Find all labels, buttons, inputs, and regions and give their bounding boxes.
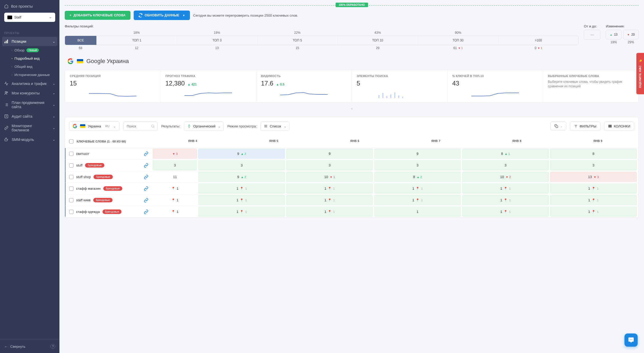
link-icon[interactable] bbox=[144, 163, 148, 168]
nav-plan[interactable]: План продвижения сайта ⌄ bbox=[0, 98, 59, 112]
position-cell[interactable]: 10 ▼ 2 bbox=[462, 172, 549, 182]
date-column-header[interactable]: ЯНВ 4 bbox=[152, 139, 233, 144]
position-cell[interactable]: 1 📍1 bbox=[286, 195, 373, 205]
filter-tab-ТОП 3[interactable]: ТОП 3 bbox=[177, 36, 257, 45]
position-cell[interactable]: 9 ▲ 2 bbox=[198, 172, 285, 182]
position-cell[interactable]: 📍1 bbox=[153, 207, 197, 217]
add-keywords-button[interactable]: + ДОБАВИТЬ КЛЮЧЕВЫЕ СЛОВА bbox=[65, 11, 130, 20]
refresh-data-button[interactable]: ОБНОВИТЬ ДАННЫЕ ▼ bbox=[134, 11, 190, 20]
nav-audit[interactable]: Аудит сайта ⌄ bbox=[0, 112, 59, 121]
position-cell[interactable]: 3 bbox=[198, 160, 285, 170]
position-cell[interactable]: 1 📍1 bbox=[286, 183, 373, 194]
results-select[interactable]: Органический bbox=[184, 122, 223, 131]
row-checkbox[interactable] bbox=[69, 210, 73, 214]
position-cell[interactable]: 8 ▲ 1 bbox=[462, 149, 549, 159]
position-cell[interactable]: 3 bbox=[462, 160, 549, 170]
collapse-sidebar-button[interactable]: ← Свернуть bbox=[4, 345, 48, 349]
position-cell[interactable]: 11 bbox=[153, 172, 197, 182]
position-cell[interactable]: 8 ▲ 2 bbox=[374, 172, 461, 182]
nav-backlinks[interactable]: Мониторинг бэклинков ⌄ bbox=[0, 121, 59, 135]
sub-detailed[interactable]: Подробный вид bbox=[7, 54, 59, 63]
position-cell[interactable]: 📍1 bbox=[153, 195, 197, 205]
filter-tab-ВСЕ[interactable]: ВСЕ bbox=[65, 36, 97, 45]
stat-card[interactable]: СРЕДНЯЯ ПОЗИЦИЯ15 bbox=[65, 70, 161, 102]
filter-tab-ТОП 30[interactable]: ТОП 30 bbox=[418, 36, 498, 45]
position-cell[interactable]: 10 ▼ 1 bbox=[286, 172, 373, 182]
range-input[interactable]: — bbox=[584, 30, 600, 40]
stat-card[interactable]: ЭЛЕМЕНТЫ ПОИСКА5 bbox=[352, 70, 447, 102]
feedback-tab[interactable]: ОЦЕНИТЕ НАС 👉 bbox=[636, 53, 644, 94]
changes-up-pill[interactable]: ▲ 13 bbox=[606, 30, 621, 39]
position-cell[interactable]: 1 📍1 bbox=[198, 183, 285, 194]
position-cell[interactable]: 1 📍1 bbox=[550, 183, 637, 194]
stat-card[interactable]: ПРОГНОЗ ТРАФИКА12,380 ▲ 421 bbox=[161, 70, 256, 102]
date-column-header[interactable]: ЯНВ 8 bbox=[476, 139, 557, 144]
help-icon[interactable]: ? bbox=[50, 344, 55, 349]
position-cell[interactable]: 1 📍1 bbox=[374, 195, 461, 205]
link-icon[interactable] bbox=[144, 175, 148, 179]
nav-smm[interactable]: SMM-модуль ⌄ bbox=[0, 135, 59, 144]
position-cell[interactable]: 3 bbox=[153, 160, 197, 170]
date-column-header[interactable]: ЯНВ 5 bbox=[233, 139, 314, 144]
filter-tab->100[interactable]: >100 bbox=[498, 36, 578, 45]
position-cell[interactable]: 1 📍1 bbox=[550, 195, 637, 205]
position-cell[interactable]: 1 📍1 bbox=[198, 207, 285, 217]
country-select[interactable]: Украина RU ⌄ bbox=[69, 121, 119, 131]
stat-card[interactable]: ВЫБРАННЫЕ КЛЮЧЕВЫЕ СЛОВАВыберите ключевы… bbox=[543, 70, 638, 102]
nav-competitors[interactable]: Мои конкуренты ⌄ bbox=[0, 88, 59, 98]
columns-button[interactable]: КОЛОНКИ bbox=[604, 122, 634, 131]
position-cell[interactable]: 3 bbox=[286, 160, 373, 170]
bar-chart-icon bbox=[4, 39, 8, 44]
position-cell[interactable]: 1 📍1 bbox=[374, 183, 461, 194]
filter-tab-ТОП 1[interactable]: ТОП 1 bbox=[97, 36, 177, 45]
position-cell[interactable]: 9 bbox=[374, 149, 461, 159]
position-cell[interactable]: 3 bbox=[374, 160, 461, 170]
position-cell[interactable]: ▼ 3 bbox=[153, 149, 197, 159]
position-cell[interactable]: 1 📍1 bbox=[462, 183, 549, 194]
link-icon[interactable] bbox=[144, 186, 148, 191]
stat-card[interactable]: % КЛЮЧЕЙ В ТОП-1043 bbox=[447, 70, 543, 102]
link-icon[interactable] bbox=[144, 209, 148, 214]
nav-positions[interactable]: Позиции ⌃ bbox=[2, 37, 57, 46]
row-checkbox[interactable] bbox=[69, 152, 73, 156]
filter-tab-ТОП 10[interactable]: ТОП 10 bbox=[338, 36, 418, 45]
chat-button[interactable] bbox=[624, 333, 638, 347]
position-cell[interactable]: 3 bbox=[550, 160, 637, 170]
row-checkbox[interactable] bbox=[69, 187, 73, 191]
position-cell[interactable]: 1 📍1 bbox=[550, 207, 637, 217]
position-cell[interactable]: 9 bbox=[286, 149, 373, 159]
position-cell[interactable]: 1 📍1 bbox=[286, 207, 373, 217]
select-all-checkbox[interactable] bbox=[69, 139, 73, 144]
position-cell[interactable]: 9 ▲ 2 bbox=[198, 149, 285, 159]
date-column-header[interactable]: ЯНВ 7 bbox=[395, 139, 476, 144]
chevron-up-icon: ⌃ bbox=[53, 40, 55, 43]
nav-analytics[interactable]: Аналитика и трафик ⌄ bbox=[0, 79, 59, 88]
row-checkbox[interactable] bbox=[69, 198, 73, 202]
filters-button[interactable]: ФИЛЬТРЫ bbox=[570, 122, 600, 131]
position-cell[interactable]: 13 ▼ 3 bbox=[550, 172, 637, 182]
position-cell[interactable]: 1 📍1 bbox=[198, 195, 285, 205]
position-cell[interactable]: 📍1 bbox=[153, 183, 197, 194]
filter-tab-ТОП 5[interactable]: ТОП 5 bbox=[257, 36, 338, 45]
changes-down-pill[interactable]: ▼ 20 bbox=[623, 30, 639, 39]
expand-stats-button[interactable]: ⌄ bbox=[65, 105, 639, 112]
project-select[interactable]: Staff bbox=[4, 13, 55, 22]
row-checkbox[interactable] bbox=[69, 163, 73, 168]
date-column-header[interactable]: ЯНВ 9 bbox=[557, 139, 638, 144]
link-icon[interactable] bbox=[144, 151, 148, 156]
copy-button[interactable]: ⌄ bbox=[550, 122, 566, 131]
view-mode-select[interactable]: Список bbox=[260, 122, 289, 131]
date-column-header[interactable]: ЯНВ 6 bbox=[314, 139, 395, 144]
sub-historical[interactable]: Исторические данные bbox=[7, 71, 59, 79]
sub-general[interactable]: Общий вид bbox=[7, 63, 59, 71]
row-checkbox[interactable] bbox=[69, 175, 73, 179]
position-cell[interactable]: 1 📍1 bbox=[462, 207, 549, 217]
link-icon[interactable] bbox=[144, 198, 148, 203]
sub-overview[interactable]: Обзор Новый bbox=[7, 46, 59, 54]
all-projects-link[interactable]: Все проекты bbox=[4, 4, 55, 8]
position-cell[interactable]: 8 bbox=[550, 149, 637, 159]
stat-card[interactable]: ВИДИМОСТЬ17.6 ▲ 0.5 bbox=[256, 70, 352, 102]
search-icon[interactable] bbox=[151, 124, 155, 128]
position-cell[interactable]: 1 📍1 bbox=[462, 195, 549, 205]
position-cell[interactable]: 1 bbox=[374, 207, 461, 217]
